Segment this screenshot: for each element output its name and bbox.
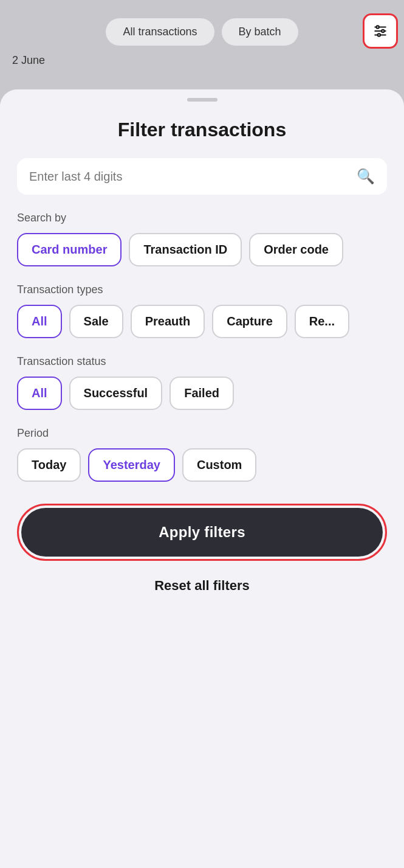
search-by-label: Search by bbox=[17, 212, 387, 224]
chip-order-code[interactable]: Order code bbox=[249, 233, 343, 266]
filter-icon-button[interactable] bbox=[363, 13, 398, 49]
chip-type-preauth[interactable]: Preauth bbox=[131, 305, 205, 338]
chip-type-re[interactable]: Re... bbox=[295, 305, 349, 338]
top-bar: All transactions By batch bbox=[0, 0, 404, 52]
chip-period-today[interactable]: Today bbox=[17, 448, 81, 482]
search-input[interactable] bbox=[29, 170, 357, 184]
transaction-status-label: Transaction status bbox=[17, 355, 387, 368]
period-chips: Today Yesterday Custom bbox=[17, 448, 387, 482]
chip-status-successful[interactable]: Successful bbox=[69, 377, 163, 410]
apply-filters-wrapper: Apply filters bbox=[17, 504, 387, 561]
transaction-status-chips: All Successful Failed bbox=[17, 377, 387, 410]
transaction-types-chips: All Sale Preauth Capture Re... bbox=[17, 305, 387, 338]
date-label: 2 June bbox=[0, 52, 404, 74]
chip-status-failed[interactable]: Failed bbox=[169, 377, 234, 410]
search-by-section: Search by Card number Transaction ID Ord… bbox=[17, 212, 387, 266]
chip-card-number[interactable]: Card number bbox=[17, 233, 122, 266]
chip-type-sale[interactable]: Sale bbox=[69, 305, 123, 338]
chip-type-capture[interactable]: Capture bbox=[212, 305, 287, 338]
chip-period-yesterday[interactable]: Yesterday bbox=[88, 448, 175, 482]
bottom-sheet: Filter transactions 🔍 Search by Card num… bbox=[0, 89, 404, 868]
sliders-icon bbox=[372, 23, 388, 39]
sheet-title: Filter transactions bbox=[17, 119, 387, 141]
search-box: 🔍 bbox=[17, 158, 387, 195]
svg-point-3 bbox=[377, 26, 379, 28]
chip-period-custom[interactable]: Custom bbox=[182, 448, 256, 482]
all-transactions-tab[interactable]: All transactions bbox=[106, 18, 214, 46]
search-icon: 🔍 bbox=[357, 168, 375, 185]
svg-point-5 bbox=[378, 33, 380, 36]
chip-type-all[interactable]: All bbox=[17, 305, 62, 338]
reset-filters-button[interactable]: Reset all filters bbox=[17, 563, 387, 608]
svg-point-4 bbox=[382, 30, 384, 32]
transaction-status-section: Transaction status All Successful Failed bbox=[17, 355, 387, 410]
transaction-types-section: Transaction types All Sale Preauth Captu… bbox=[17, 283, 387, 338]
period-label: Period bbox=[17, 427, 387, 440]
period-section: Period Today Yesterday Custom bbox=[17, 427, 387, 482]
chip-transaction-id[interactable]: Transaction ID bbox=[129, 233, 242, 266]
by-batch-tab[interactable]: By batch bbox=[222, 18, 298, 46]
search-by-chips: Card number Transaction ID Order code bbox=[17, 233, 387, 266]
transaction-types-label: Transaction types bbox=[17, 283, 387, 296]
chip-status-all[interactable]: All bbox=[17, 377, 62, 410]
apply-filters-button[interactable]: Apply filters bbox=[21, 508, 383, 557]
sheet-handle bbox=[187, 98, 217, 102]
